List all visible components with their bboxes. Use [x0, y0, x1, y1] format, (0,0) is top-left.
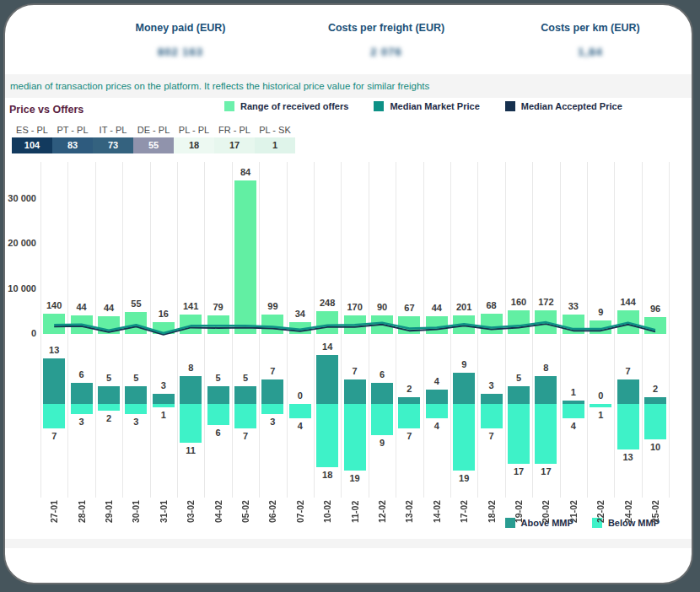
metric-costs-per-freight: Costs per freight (EUR) 2 076 [293, 22, 479, 58]
offer-range-bar[interactable] [453, 315, 475, 334]
below-mmp-bar[interactable] [153, 404, 175, 407]
above-mmp-bar[interactable] [398, 397, 420, 404]
offer-range-bar[interactable] [371, 315, 393, 334]
above-mmp-bar[interactable] [535, 376, 557, 404]
below-mmp-bar[interactable] [98, 404, 120, 411]
tab-it-pl[interactable]: IT - PL73 [93, 122, 133, 153]
x-axis-date-label: 19-02 [512, 486, 525, 523]
tab-es-pl[interactable]: ES - PL104 [12, 122, 52, 153]
above-mmp-bar[interactable] [617, 379, 639, 404]
above-mmp-label: 0 [582, 390, 619, 401]
below-mmp-bar[interactable] [261, 404, 283, 414]
offer-range-bar[interactable] [153, 322, 175, 334]
offer-range-bar[interactable] [590, 320, 611, 334]
offer-range-bar[interactable] [644, 317, 666, 334]
offer-range-bar[interactable] [617, 310, 639, 334]
above-mmp-bar[interactable] [426, 390, 448, 404]
above-mmp-bar[interactable] [508, 386, 530, 404]
above-mmp-bar[interactable] [481, 394, 503, 404]
tab-count-badge: 55 [133, 137, 174, 153]
x-axis-date-label: 24-02 [622, 486, 635, 523]
offer-range-bar[interactable] [261, 315, 283, 334]
offer-range-bar[interactable] [398, 316, 420, 334]
above-mmp-bar[interactable] [71, 383, 93, 404]
offer-range-bar[interactable] [316, 311, 338, 334]
above-mmp-bar[interactable] [153, 394, 175, 404]
above-mmp-bar[interactable] [453, 373, 475, 404]
below-mmp-bar[interactable] [71, 404, 93, 414]
below-mmp-bar[interactable] [289, 404, 311, 418]
below-mmp-bar[interactable] [453, 404, 475, 471]
above-mmp-bar[interactable] [644, 397, 666, 404]
x-axis-date-label: 04-02 [212, 486, 225, 523]
above-mmp-bar[interactable] [234, 386, 256, 404]
offer-range-bar[interactable] [98, 316, 120, 334]
vertical-gridline [95, 162, 96, 498]
x-axis-date-label: 21-02 [567, 486, 580, 523]
tab-label: DE - PL [133, 122, 174, 137]
offer-range-bar[interactable] [289, 322, 311, 334]
above-mmp-bar[interactable] [371, 383, 393, 404]
below-mmp-bar[interactable] [617, 404, 639, 449]
below-mmp-bar[interactable] [535, 404, 557, 464]
below-mmp-bar[interactable] [563, 404, 584, 418]
metric-label: Costs per km (EUR) [498, 22, 683, 34]
below-mmp-bar[interactable] [508, 404, 530, 464]
tab-label: FR - PL [214, 122, 255, 137]
below-mmp-bar[interactable] [207, 404, 229, 425]
tab-de-pl[interactable]: DE - PL55 [133, 122, 174, 153]
above-mmp-bar[interactable] [98, 386, 120, 404]
below-mmp-bar[interactable] [43, 404, 65, 428]
tab-pl-pl[interactable]: PL - PL18 [174, 122, 214, 153]
above-mmp-bar[interactable] [207, 386, 229, 404]
below-mmp-label: 19 [337, 473, 374, 483]
below-mmp-bar[interactable] [316, 404, 338, 467]
x-axis-date-label: 13-02 [402, 486, 416, 523]
offer-range-bar[interactable] [535, 310, 557, 334]
below-mmp-bar[interactable] [481, 404, 503, 428]
x-axis-date-label: 29-01 [102, 486, 116, 523]
below-mmp-bar[interactable] [398, 404, 420, 428]
below-mmp-bar[interactable] [180, 404, 202, 443]
above-mmp-bar[interactable] [316, 355, 338, 404]
above-mmp-label: 7 [610, 366, 647, 376]
offer-range-bar[interactable] [563, 315, 584, 334]
offer-range-bar[interactable] [481, 314, 503, 334]
below-mmp-bar[interactable] [125, 404, 147, 414]
tab-pt-pl[interactable]: PT - PL83 [52, 122, 93, 153]
below-mmp-label: 7 [473, 431, 510, 441]
below-mmp-bar[interactable] [234, 404, 256, 428]
below-mmp-bar[interactable] [590, 404, 611, 407]
offer-count-label: 34 [282, 309, 319, 319]
offer-range-bar[interactable] [180, 315, 202, 334]
above-mmp-bar[interactable] [344, 379, 366, 404]
above-mmp-bar[interactable] [261, 379, 283, 404]
vertical-gridline [423, 162, 424, 498]
above-mmp-bar[interactable] [180, 376, 202, 404]
below-mmp-bar[interactable] [344, 404, 366, 471]
offer-range-bar[interactable] [344, 315, 366, 334]
offer-range-bar[interactable] [207, 315, 229, 334]
above-mmp-bar[interactable] [43, 358, 65, 404]
above-mmp-bar[interactable] [125, 386, 147, 404]
offer-range-bar[interactable] [71, 315, 93, 334]
above-mmp-label: 4 [418, 376, 455, 386]
below-mmp-bar[interactable] [371, 404, 393, 435]
x-axis-date-label: 05-02 [239, 486, 252, 523]
offer-range-bar[interactable] [426, 316, 448, 334]
offer-range-bar[interactable] [234, 180, 256, 334]
offer-range-bar[interactable] [508, 310, 530, 334]
below-mmp-bar[interactable] [426, 404, 448, 418]
y-axis-tick-label: 10 000 [5, 283, 36, 293]
below-mmp-bar[interactable] [644, 404, 666, 439]
tab-fr-pl[interactable]: FR - PL17 [214, 122, 255, 153]
vertical-gridline [450, 162, 451, 498]
offer-range-bar[interactable] [125, 312, 147, 334]
offer-count-label: 96 [637, 304, 674, 314]
tab-pl-sk[interactable]: PL - SK1 [255, 122, 295, 153]
vertical-gridline [232, 162, 233, 498]
tab-count-badge: 104 [12, 137, 52, 153]
below-mmp-label: 7 [227, 431, 264, 441]
offer-range-bar[interactable] [43, 314, 65, 334]
vertical-gridline [560, 162, 561, 498]
